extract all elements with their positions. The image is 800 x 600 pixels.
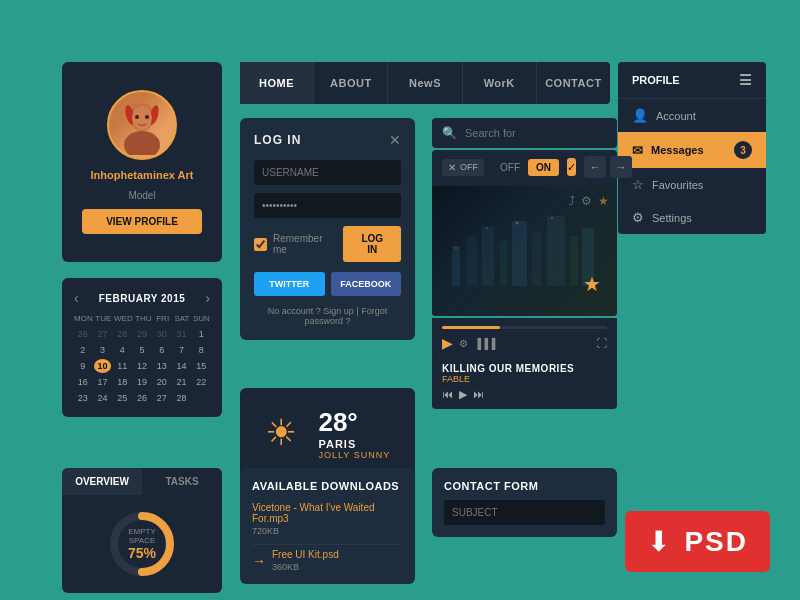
tab-overview[interactable]: OVERVIEW — [62, 468, 142, 495]
day-fri: FRI — [154, 314, 171, 323]
cal-day[interactable]: 25 — [113, 391, 131, 405]
check-toggle[interactable]: ✓ — [567, 158, 576, 176]
login-button[interactable]: LOG IN — [343, 226, 401, 262]
svg-point-6 — [145, 115, 149, 119]
facebook-button[interactable]: FACEBOOK — [331, 272, 402, 296]
search-icon: 🔍 — [442, 126, 457, 140]
cal-day[interactable]: 26 — [74, 327, 92, 341]
nav-item-work[interactable]: WorK — [463, 62, 537, 104]
donut-percentage: 75% — [125, 545, 160, 561]
nav-item-about[interactable]: ABOUT — [314, 62, 388, 104]
password-input[interactable] — [254, 193, 401, 218]
remember-label: Remember me — [273, 233, 337, 255]
cal-day[interactable]: 18 — [113, 375, 131, 389]
gear-video-icon[interactable]: ⚙ — [459, 338, 468, 349]
no-account-link[interactable]: No account ? Sign up — [268, 306, 354, 316]
cal-day[interactable]: 21 — [173, 375, 191, 389]
hamburger-icon[interactable]: ☰ — [739, 72, 752, 88]
cal-day[interactable]: 4 — [113, 343, 131, 357]
calendar-header: ‹ FEBRUARY 2015 › — [74, 290, 210, 306]
cal-day[interactable]: 7 — [173, 343, 191, 357]
cal-day[interactable]: 28 — [173, 391, 191, 405]
login-title: LOG IN — [254, 133, 301, 147]
search-input[interactable] — [465, 127, 607, 139]
svg-point-19 — [516, 222, 519, 225]
messages-badge: 3 — [734, 141, 752, 159]
nav-item-home[interactable]: HOME — [240, 62, 314, 104]
download-name-2[interactable]: Free UI Kit.psd — [272, 549, 339, 560]
calendar-prev-button[interactable]: ‹ — [74, 290, 79, 306]
close-button[interactable]: ✕ — [389, 132, 401, 148]
download-name-1[interactable]: Vicetone - What I've Waited For.mp3 — [252, 502, 403, 524]
weather-temp: 28° — [318, 407, 390, 438]
panel-item-messages[interactable]: ✉ Messages 3 — [618, 132, 766, 168]
close-toggle[interactable]: ✕ OFF — [442, 159, 484, 176]
cal-day[interactable]: 15 — [192, 359, 210, 373]
cal-day[interactable]: 19 — [133, 375, 151, 389]
arrow-download-icon: → — [252, 553, 266, 569]
tab-tasks[interactable]: TASKS — [142, 468, 222, 495]
cal-day[interactable]: 29 — [133, 327, 151, 341]
twitter-button[interactable]: TWITTER — [254, 272, 325, 296]
username-input[interactable] — [254, 160, 401, 185]
cal-day[interactable]: 24 — [94, 391, 112, 405]
nav-item-contact[interactable]: CONTACT — [537, 62, 610, 104]
cal-day[interactable]: 5 — [133, 343, 151, 357]
panel-item-account[interactable]: 👤 Account — [618, 99, 766, 132]
svg-rect-11 — [500, 241, 507, 286]
arrow-right-button[interactable]: → — [610, 156, 632, 178]
cal-day[interactable]: 27 — [94, 327, 112, 341]
panel-item-favourites[interactable]: ☆ Favourites — [618, 168, 766, 201]
cal-day[interactable]: 20 — [153, 375, 171, 389]
cal-day[interactable]: 9 — [74, 359, 92, 373]
profile-panel-title: PROFILE — [632, 74, 680, 86]
profile-name: Inhophetaminex Art — [91, 168, 194, 182]
video-progress-bar[interactable] — [442, 326, 607, 329]
psd-badge[interactable]: ⬇ PSD — [625, 511, 770, 572]
cal-day-today[interactable]: 10 — [94, 359, 112, 373]
fullscreen-button[interactable]: ⛶ — [596, 337, 607, 349]
cal-day[interactable]: 26 — [133, 391, 151, 405]
cal-day[interactable]: 6 — [153, 343, 171, 357]
cal-day[interactable]: 13 — [153, 359, 171, 373]
bars-icon[interactable]: ▐▐▐ — [474, 338, 495, 349]
cal-day[interactable]: 3 — [94, 343, 112, 357]
svg-point-20 — [551, 217, 553, 219]
cal-day[interactable]: 16 — [74, 375, 92, 389]
day-sun: SUN — [193, 314, 210, 323]
remember-checkbox[interactable] — [254, 238, 267, 251]
favourites-label: Favourites — [652, 179, 703, 191]
cal-day[interactable]: 12 — [133, 359, 151, 373]
video-controls: ▶ ⚙ ▐▐▐ ⛶ — [432, 318, 617, 359]
favourites-icon: ☆ — [632, 177, 644, 192]
track-play-button[interactable]: ▶ — [459, 388, 467, 401]
cal-day[interactable]: 28 — [113, 327, 131, 341]
cal-day[interactable] — [192, 391, 210, 405]
track-next-button[interactable]: ⏭ — [473, 388, 484, 401]
subject-input[interactable] — [444, 500, 605, 525]
view-profile-button[interactable]: VIEW PROFILE — [82, 209, 202, 234]
svg-rect-15 — [570, 236, 578, 286]
cal-day[interactable]: 22 — [192, 375, 210, 389]
cal-day[interactable]: 31 — [173, 327, 191, 341]
cal-day[interactable]: 30 — [153, 327, 171, 341]
track-prev-button[interactable]: ⏮ — [442, 388, 453, 401]
weather-info: 28° PARIS JOLLY SUNNY — [318, 407, 390, 460]
nav-item-news[interactable]: NewS — [388, 62, 462, 104]
svg-point-18 — [486, 227, 488, 229]
cal-day[interactable]: 8 — [192, 343, 210, 357]
on-toggle[interactable]: ON — [528, 159, 559, 176]
messages-icon: ✉ — [632, 143, 643, 158]
calendar-next-button[interactable]: › — [205, 290, 210, 306]
cal-day[interactable]: 23 — [74, 391, 92, 405]
cal-day[interactable]: 17 — [94, 375, 112, 389]
cal-day[interactable]: 2 — [74, 343, 92, 357]
cal-day[interactable]: 27 — [153, 391, 171, 405]
cal-day[interactable]: 1 — [192, 327, 210, 341]
panel-item-settings[interactable]: ⚙ Settings — [618, 201, 766, 234]
cal-day[interactable]: 11 — [113, 359, 131, 373]
play-button[interactable]: ▶ — [442, 335, 453, 351]
svg-point-4 — [132, 106, 152, 130]
cal-day[interactable]: 14 — [173, 359, 191, 373]
arrow-left-button[interactable]: ← — [584, 156, 606, 178]
